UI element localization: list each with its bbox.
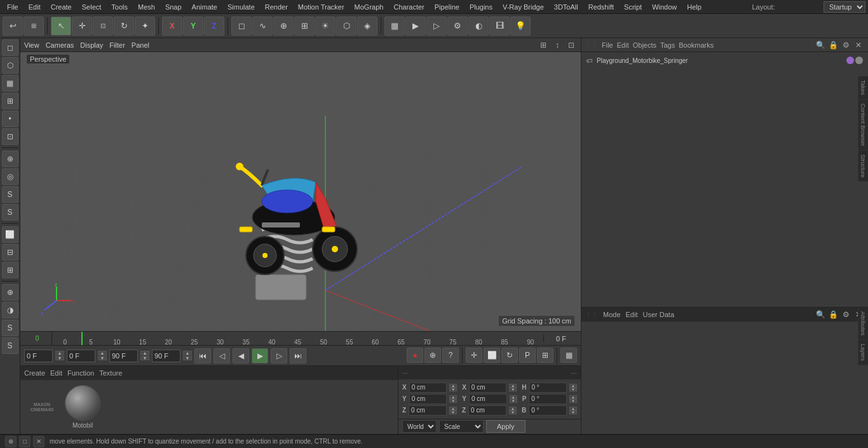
menu-render[interactable]: Render [261, 2, 292, 12]
start-frame-up[interactable]: ▲ [55, 351, 64, 355]
b-input[interactable] [529, 405, 567, 416]
sculpt-btn[interactable]: ◑ [2, 302, 18, 318]
picture-viewer-btn[interactable]: 🎞 [489, 17, 510, 36]
y-down-btn[interactable]: ▼ [449, 399, 457, 403]
y-pos-input[interactable] [409, 394, 447, 404]
light-btn[interactable]: ☀ [315, 17, 336, 36]
menu-redshift[interactable]: Redshift [584, 2, 618, 12]
p-input[interactable] [529, 394, 567, 404]
menu-file[interactable]: File [3, 2, 23, 12]
dope-sheet-btn[interactable]: ↻ [501, 348, 518, 363]
preview-btn[interactable]: P [519, 348, 536, 363]
y-rot-input[interactable] [469, 394, 507, 404]
viewport-fullscreen-icon[interactable]: ⊡ [566, 39, 577, 51]
b-down-btn[interactable]: ▼ [569, 411, 577, 414]
light-manager-btn[interactable]: 💡 [510, 17, 531, 36]
play-back-btn[interactable]: ◀ [233, 348, 249, 363]
polygon-mode-btn[interactable]: ▦ [2, 75, 18, 92]
x-down-btn[interactable]: ▼ [449, 388, 457, 391]
select-tool[interactable]: ↖ [51, 17, 71, 36]
z-pos-input[interactable] [409, 405, 447, 416]
objects-menu[interactable]: Objects [633, 41, 656, 49]
material-swatch[interactable] [65, 385, 100, 421]
menu-3dtoall[interactable]: 3DToAll [550, 2, 583, 12]
mat-texture-tab[interactable]: Texture [99, 369, 122, 377]
render-region-btn[interactable]: ▦ [384, 17, 405, 36]
step-forward-btn[interactable]: ▷ [271, 348, 287, 363]
x-pos-arrow[interactable]: ▲ ▼ [449, 384, 457, 391]
spline-btn[interactable]: ∿ [252, 17, 273, 36]
status-icon-3[interactable]: ✕ [33, 436, 44, 447]
autokey-btn[interactable]: ⊕ [424, 348, 441, 363]
scale-tool[interactable]: ⊡ [93, 17, 113, 36]
viewport-lock-icon[interactable]: ⊞ [538, 39, 549, 51]
menu-create[interactable]: Create [46, 2, 76, 12]
deform-btn[interactable]: ⊕ [273, 17, 294, 36]
keyframe-btn[interactable]: ? [442, 348, 459, 363]
menu-character[interactable]: Character [389, 2, 428, 12]
material-item-motobil[interactable]: Motobil [65, 385, 100, 429]
scene-btn[interactable]: ⬡ [336, 17, 356, 36]
camera-btn[interactable]: ⊞ [294, 17, 315, 36]
current-frame-up[interactable]: ▲ [98, 351, 107, 355]
grid-btn[interactable]: ⊞ [537, 348, 553, 363]
track-btn[interactable]: ✛ [466, 348, 482, 363]
end-frame-input[interactable] [109, 350, 138, 362]
end-frame-up[interactable]: ▲ [140, 351, 149, 355]
y-axis-button[interactable]: Y [183, 17, 203, 36]
point-mode-btn[interactable]: • [2, 111, 18, 127]
viewport-expand-icon[interactable]: ↕ [552, 39, 563, 51]
redo-button[interactable]: ⊞ [24, 17, 44, 36]
edge-mode-btn[interactable]: ⊞ [2, 93, 18, 109]
end-frame-down[interactable]: ▼ [140, 356, 149, 360]
z-axis-button[interactable]: Z [204, 17, 224, 36]
menu-vray[interactable]: V-Ray Bridge [498, 2, 548, 12]
material-btn[interactable]: ◐ [468, 17, 489, 36]
motion-path-btn[interactable]: ⬜ [484, 348, 500, 363]
object-item-motorbike[interactable]: 🏷 Playground_Motorbike_Springer [583, 53, 867, 67]
rotate-tool[interactable]: ↻ [114, 17, 134, 36]
viewport-view-menu[interactable]: View [24, 41, 39, 49]
bookmarks-menu[interactable]: Bookmarks [679, 41, 714, 49]
object-btn[interactable]: ◻ [231, 17, 252, 36]
menu-mesh[interactable]: Mesh [133, 2, 159, 12]
render-active-btn[interactable]: ▶ [405, 17, 426, 36]
current-frame-input[interactable] [67, 350, 95, 362]
menu-pipeline[interactable]: Pipeline [430, 2, 464, 12]
goto-start-btn[interactable]: ⏮ [194, 348, 211, 363]
world-select[interactable]: World [402, 420, 437, 433]
status-icon-2[interactable]: □ [19, 436, 31, 447]
model-mode-btn[interactable]: ◻ [2, 39, 18, 56]
layout-select[interactable]: Startup [824, 1, 865, 13]
snap-btn[interactable]: ⊕ [2, 151, 18, 167]
goto-end-btn[interactable]: ⏭ [290, 348, 306, 363]
z-rot-input[interactable] [468, 405, 506, 416]
floor-snap-btn[interactable]: ⊟ [2, 244, 18, 261]
menu-simulate[interactable]: Simulate [223, 2, 259, 12]
p-down-btn[interactable]: ▼ [569, 399, 577, 403]
viewport-filter-menu[interactable]: Filter [109, 41, 125, 49]
attrs-lock-icon[interactable]: 🔒 [827, 309, 839, 320]
y-rot-down-btn[interactable]: ▼ [510, 399, 517, 403]
undo-button[interactable]: ↩ [3, 17, 23, 36]
scale-select[interactable]: Scale [439, 420, 484, 433]
motionclip-btn[interactable]: S [2, 337, 18, 354]
status-icon-1[interactable]: ⊕ [5, 436, 17, 447]
menu-snap[interactable]: Snap [161, 2, 186, 12]
object-snapping-btn[interactable]: ⊞ [2, 262, 18, 278]
attrs-search-icon[interactable]: 🔍 [815, 309, 826, 320]
menu-edit[interactable]: Edit [24, 2, 45, 12]
vtab-attributes[interactable]: Attributes [858, 308, 868, 340]
mat-edit-tab[interactable]: Edit [50, 369, 62, 377]
axis-center-btn[interactable]: ◎ [2, 168, 18, 185]
end-frame2-input[interactable] [152, 350, 180, 362]
paint-btn[interactable]: S [2, 320, 18, 336]
x-rot-down-btn[interactable]: ▼ [509, 388, 517, 391]
solo-btn[interactable]: S [2, 204, 18, 221]
menu-plugins[interactable]: Plugins [465, 2, 497, 12]
edit-menu[interactable]: Edit [617, 41, 629, 49]
viewport-cameras-menu[interactable]: Cameras [46, 41, 74, 49]
timeline[interactable]: 0 0 5 10 15 20 25 30 35 40 45 50 55 60 6… [20, 331, 581, 345]
z-rot-down-btn[interactable]: ▼ [509, 411, 517, 414]
attrs-config-icon[interactable]: ⚙ [840, 309, 851, 320]
